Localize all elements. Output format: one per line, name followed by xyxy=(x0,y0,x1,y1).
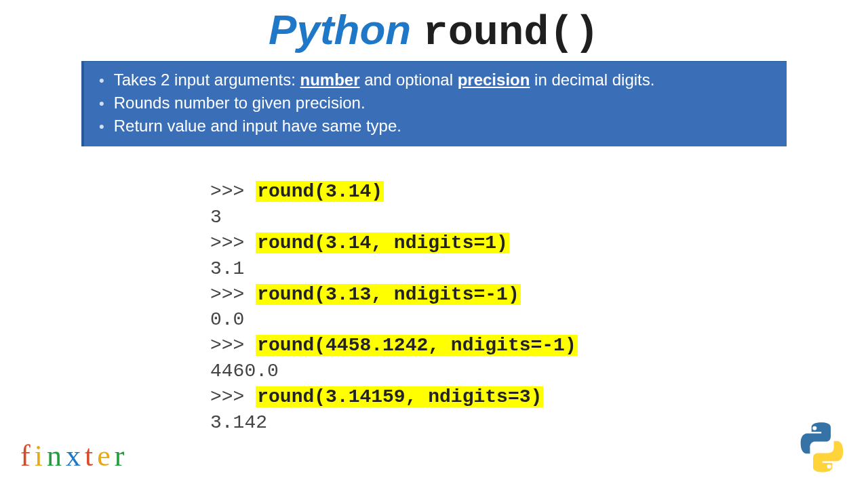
repl-line: >>> round(3.13, ndigits=-1) xyxy=(210,282,868,308)
bullet-3: Return value and input have same type. xyxy=(99,115,772,138)
summary-box: Takes 2 input arguments: number and opti… xyxy=(81,61,787,146)
repl-prompt: >>> xyxy=(210,335,256,356)
repl-output: 0.0 xyxy=(210,307,868,333)
code-call: round(3.14) xyxy=(256,181,384,202)
code-call: round(3.14, ndigits=1) xyxy=(256,232,509,253)
finxter-logo: finxter xyxy=(20,439,128,473)
python-logo-icon xyxy=(793,419,850,476)
slide-title: Python round() xyxy=(0,0,868,61)
repl-prompt: >>> xyxy=(210,181,256,202)
title-word-python: Python xyxy=(269,6,411,53)
repl-output: 4460.0 xyxy=(210,359,868,384)
repl-output: 3.1 xyxy=(210,256,868,282)
keyword-precision: precision xyxy=(458,70,530,89)
repl-line: >>> round(4458.1242, ndigits=-1) xyxy=(210,333,868,359)
repl-line: >>> round(3.14) xyxy=(210,179,868,205)
repl-output: 3 xyxy=(210,205,868,230)
repl-line: >>> round(3.14159, ndigits=3) xyxy=(210,384,868,410)
repl-prompt: >>> xyxy=(210,284,256,305)
code-call: round(4458.1242, ndigits=-1) xyxy=(256,335,577,356)
repl-prompt: >>> xyxy=(210,386,256,407)
repl-prompt: >>> xyxy=(210,232,256,253)
repl-line: >>> round(3.14, ndigits=1) xyxy=(210,230,868,256)
code-call: round(3.14159, ndigits=3) xyxy=(256,386,543,407)
bullet-1: Takes 2 input arguments: number and opti… xyxy=(99,68,772,92)
bullet-2: Rounds number to given precision. xyxy=(99,92,772,115)
code-call: round(3.13, ndigits=-1) xyxy=(256,284,520,305)
keyword-number: number xyxy=(300,70,360,89)
title-word-round: round() xyxy=(422,9,599,57)
repl-output: 3.142 xyxy=(210,410,868,436)
code-example-block: >>> round(3.14) 3 >>> round(3.14, ndigit… xyxy=(210,179,868,435)
